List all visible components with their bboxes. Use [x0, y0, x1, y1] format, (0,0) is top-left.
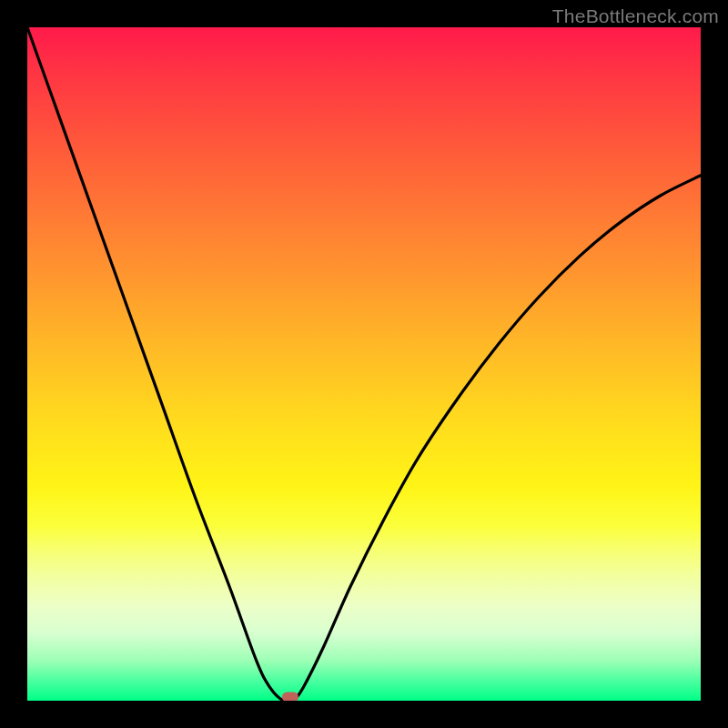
bottleneck-curve	[27, 27, 701, 701]
optimal-marker	[282, 693, 298, 701]
plot-area	[27, 27, 701, 701]
watermark-text: TheBottleneck.com	[552, 5, 719, 27]
chart-frame: TheBottleneck.com	[0, 0, 728, 728]
curve-svg	[27, 27, 701, 701]
